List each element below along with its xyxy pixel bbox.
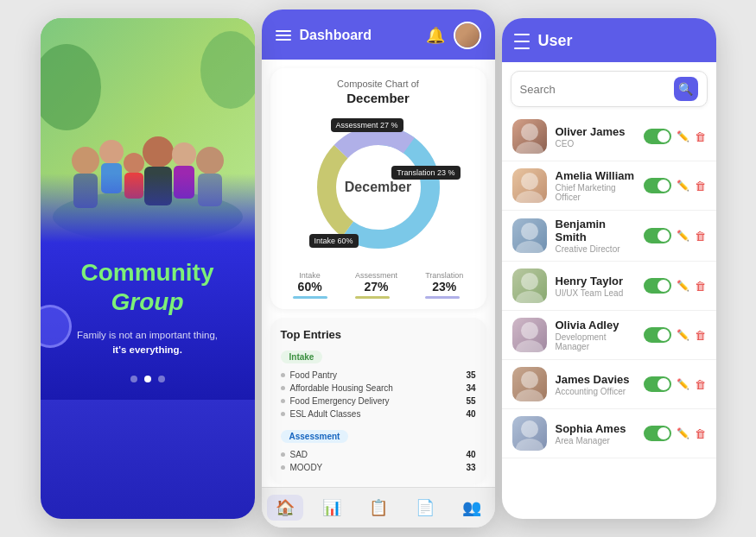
edit-icon[interactable]: ✏️ xyxy=(677,329,689,341)
toggle-switch[interactable] xyxy=(644,129,671,144)
svg-point-14 xyxy=(196,147,224,174)
toggle-switch[interactable] xyxy=(644,426,671,441)
delete-icon[interactable]: 🗑 xyxy=(695,180,706,193)
chart-title: Composite Chart of xyxy=(279,79,478,89)
dashboard-content: Composite Chart of December December Ass… xyxy=(262,60,495,487)
entries-title: Top Entries xyxy=(281,328,476,341)
delete-icon[interactable]: 🗑 xyxy=(695,378,706,391)
user-actions: ✏️ 🗑 xyxy=(644,129,706,144)
intake-label: Intake 60% xyxy=(309,234,359,248)
chart-month: December xyxy=(279,91,478,105)
user-actions: ✏️ 🗑 xyxy=(644,327,706,343)
menu-icon[interactable] xyxy=(276,30,291,41)
bottom-nav: 🏠 📊 📋 📄 👥 xyxy=(262,487,495,528)
delete-icon[interactable]: 🗑 xyxy=(695,329,706,342)
search-input[interactable] xyxy=(520,83,674,96)
entry-row: Food Pantry 35 xyxy=(281,369,476,382)
donut-chart: December Assessment 27 % Translation 23 … xyxy=(305,114,452,261)
dashboard-panel: Dashboard 🔔 Composite Chart of December xyxy=(262,9,495,528)
user-name: Amelia William xyxy=(556,169,635,182)
chart-legend: Intake 60% Assessment 27% Translation 23… xyxy=(279,271,478,299)
user-name: James Davies xyxy=(556,373,635,386)
legend-assessment: Assessment 27% xyxy=(355,271,397,299)
user-name: Benjamin Smith xyxy=(556,218,635,243)
user-item: Oliver James CEO ✏️ 🗑 xyxy=(502,112,716,161)
nav-home[interactable]: 🏠 xyxy=(267,495,303,521)
nav-doc[interactable]: 📄 xyxy=(407,495,443,521)
decorative-circle xyxy=(41,305,72,348)
community-tagline: Family is not an important thing, it's e… xyxy=(77,328,218,358)
delete-icon[interactable]: 🗑 xyxy=(695,427,706,440)
user-name: Henry Taylor xyxy=(556,275,635,287)
entry-row: Affordable Housing Search 34 xyxy=(281,382,476,395)
family-photo xyxy=(41,18,255,243)
search-bar: 🔍 xyxy=(511,71,708,107)
nav-list[interactable]: 📋 xyxy=(360,495,397,521)
assessment-label: Assessment 27 % xyxy=(331,118,403,132)
search-button[interactable]: 🔍 xyxy=(674,77,698,101)
user-role: UI/UX Team Lead xyxy=(556,288,635,298)
svg-point-24 xyxy=(516,191,543,203)
user-role: Accounting Officer xyxy=(556,387,635,396)
user-info: Benjamin Smith Creative Director xyxy=(556,218,635,254)
svg-point-12 xyxy=(172,142,196,167)
user-role: Development Manager xyxy=(556,332,635,351)
assessment-badge: Assessment xyxy=(281,430,349,443)
community-logo: Community Group xyxy=(81,258,214,316)
toggle-switch[interactable] xyxy=(644,376,671,392)
user-role: Creative Director xyxy=(556,244,635,254)
svg-point-26 xyxy=(516,241,543,253)
svg-point-25 xyxy=(521,223,538,240)
avatar xyxy=(512,218,547,253)
user-name: Sophia Ames xyxy=(556,422,635,435)
chart-card: Composite Chart of December December Ass… xyxy=(270,68,486,309)
entry-row: SAD 40 xyxy=(281,448,476,461)
svg-point-29 xyxy=(521,322,538,339)
edit-icon[interactable]: ✏️ xyxy=(677,180,689,192)
nav-users[interactable]: 👥 xyxy=(454,495,490,521)
svg-point-22 xyxy=(516,142,543,154)
delete-icon[interactable]: 🗑 xyxy=(695,230,706,243)
nav-chart[interactable]: 📊 xyxy=(314,495,350,521)
legend-translation: Translation 23% xyxy=(425,271,463,299)
toggle-switch[interactable] xyxy=(644,228,671,243)
toggle-switch[interactable] xyxy=(644,278,671,294)
user-menu-icon[interactable] xyxy=(514,34,530,49)
svg-point-33 xyxy=(521,420,538,438)
chart-center: December xyxy=(345,180,411,195)
edit-icon[interactable]: ✏️ xyxy=(677,130,689,142)
svg-point-8 xyxy=(124,153,144,174)
svg-point-30 xyxy=(516,340,543,352)
avatar xyxy=(512,119,547,154)
delete-icon[interactable]: 🗑 xyxy=(695,130,706,143)
header-left: Dashboard xyxy=(276,28,372,43)
header-right: 🔔 xyxy=(426,22,481,49)
bell-icon[interactable]: 🔔 xyxy=(426,26,445,45)
svg-point-34 xyxy=(516,439,543,451)
user-name: Olivia Adley xyxy=(556,319,635,332)
edit-icon[interactable]: ✏️ xyxy=(677,280,689,292)
user-item: Sophia Ames Area Manager ✏️ 🗑 xyxy=(502,409,716,458)
svg-point-23 xyxy=(521,173,538,190)
user-panel: User 🔍 Oliver James CEO ✏️ 🗑 xyxy=(502,18,716,519)
dashboard-title: Dashboard xyxy=(300,28,372,43)
community-panel: Community Group Family is not an importa… xyxy=(41,18,255,519)
toggle-switch[interactable] xyxy=(644,178,671,193)
toggle-switch[interactable] xyxy=(644,327,671,343)
edit-icon[interactable]: ✏️ xyxy=(677,427,689,439)
user-info: Henry Taylor UI/UX Team Lead xyxy=(556,275,635,298)
legend-intake: Intake 60% xyxy=(293,271,327,299)
svg-point-27 xyxy=(521,273,538,290)
dots-indicator xyxy=(130,376,165,382)
translation-label: Translation 23 % xyxy=(391,166,460,180)
user-item: Amelia William Chief Marketing Officer ✏… xyxy=(502,161,716,211)
user-item: Henry Taylor UI/UX Team Lead ✏️ 🗑 xyxy=(502,262,716,311)
edit-icon[interactable]: ✏️ xyxy=(677,378,689,390)
user-avatar[interactable] xyxy=(454,22,481,49)
dot-3 xyxy=(158,376,165,382)
svg-point-28 xyxy=(516,291,543,303)
edit-icon[interactable]: ✏️ xyxy=(677,230,689,242)
dashboard-header: Dashboard 🔔 xyxy=(262,9,495,60)
delete-icon[interactable]: 🗑 xyxy=(695,280,706,293)
user-info: Amelia William Chief Marketing Officer xyxy=(556,169,635,202)
